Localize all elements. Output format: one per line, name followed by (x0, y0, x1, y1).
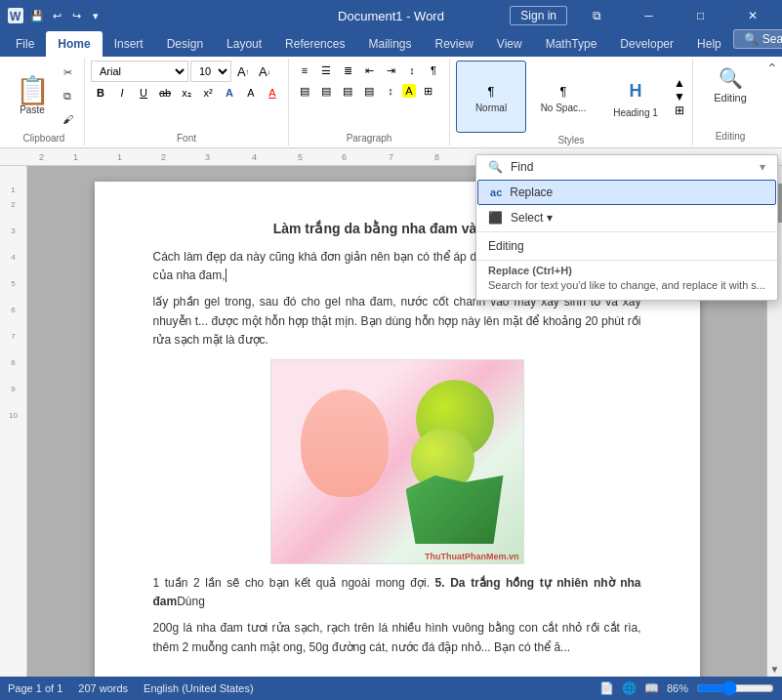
restore-button[interactable]: ⧉ (575, 0, 619, 31)
tab-developer[interactable]: Developer (608, 31, 685, 57)
font-content: Arial 10.5 A↑ A↓ B I U ab x₂ x² A A A (91, 61, 282, 131)
paragraph-content: ≡ ☰ ≣ ⇤ ⇥ ↕ ¶ ▤ ▤ ▤ ▤ ↕ A ⊞ (295, 61, 443, 131)
multilevel-button[interactable]: ≣ (338, 61, 357, 80)
save-icon[interactable]: 💾 (29, 8, 45, 23)
highlight-button[interactable]: A (241, 83, 261, 103)
increase-indent-button[interactable]: ⇥ (381, 61, 400, 80)
dropdown-divider (476, 231, 777, 232)
view-web-icon[interactable]: 🌐 (622, 681, 637, 695)
word-count: 207 words (78, 682, 128, 694)
search-button[interactable]: 🔍 Search (733, 29, 782, 49)
vruler-5: 5 (0, 279, 26, 288)
align-left-button[interactable]: ▤ (295, 81, 314, 101)
font-row-1: Arial 10.5 A↑ A↓ (91, 61, 274, 82)
font-color-button[interactable]: A (263, 83, 282, 103)
paragraph-label: Paragraph (295, 131, 443, 144)
align-center-button[interactable]: ▤ (316, 81, 336, 101)
borders-button[interactable]: ⊞ (418, 81, 437, 101)
editing-button[interactable]: 🔍 Editing (701, 62, 760, 107)
document-para4: 200g lá nha đam tươi rửa sạch, rạch trên… (153, 619, 641, 656)
redo-icon[interactable]: ↪ (68, 8, 84, 23)
text-effects-button[interactable]: A (220, 83, 239, 103)
zoom-slider[interactable] (696, 680, 774, 696)
tab-home[interactable]: Home (46, 31, 102, 57)
shading-button[interactable]: A (402, 84, 416, 98)
ruler-mark-2: 1 (73, 152, 78, 162)
scroll-down-icon[interactable]: ▼ (674, 90, 685, 103)
search-label: Search (762, 32, 782, 46)
tab-insert[interactable]: Insert (103, 31, 155, 57)
paste-button[interactable]: 📋 Paste (10, 61, 55, 131)
scroll-up-icon[interactable]: ▲ (674, 76, 685, 90)
bold-button[interactable]: B (91, 83, 110, 103)
tab-design[interactable]: Design (155, 31, 215, 57)
cut-button[interactable]: ✂ (57, 62, 78, 83)
style-h1-preview: H (630, 75, 642, 106)
tab-mathtype[interactable]: MathType (534, 31, 609, 57)
format-painter-button[interactable]: 🖌 (57, 108, 78, 130)
customize-icon[interactable]: ▾ (88, 8, 103, 23)
strikethrough-button[interactable]: ab (155, 83, 175, 103)
decrease-indent-button[interactable]: ⇤ (359, 61, 379, 80)
dropdown-select[interactable]: ⬛ Select ▾ (476, 206, 777, 229)
signin-button[interactable]: Sign in (510, 6, 567, 25)
styles-group: ¶ Normal ¶ No Spac... H Heading 1 ▲ ▼ ⊞ … (450, 59, 693, 145)
style-heading1[interactable]: H Heading 1 (600, 61, 671, 133)
sort-button[interactable]: ↕ (402, 61, 422, 80)
superscript-button[interactable]: x² (198, 83, 218, 103)
tab-file[interactable]: File (4, 31, 46, 57)
vruler-7: 7 (0, 332, 26, 341)
undo-icon[interactable]: ↩ (49, 8, 64, 23)
underline-button[interactable]: U (134, 83, 153, 103)
decrease-font-button[interactable]: A↓ (255, 62, 274, 81)
subscript-button[interactable]: x₂ (177, 83, 196, 103)
minimize-button[interactable]: ─ (627, 0, 671, 31)
show-marks-button[interactable]: ¶ (424, 61, 443, 80)
dropdown-find[interactable]: 🔍 Find ▾ (476, 155, 777, 179)
numbering-button[interactable]: ☰ (316, 61, 336, 80)
svg-text:W: W (10, 10, 21, 23)
italic-button[interactable]: I (112, 83, 132, 103)
increase-font-button[interactable]: A↑ (233, 62, 253, 81)
style-nospace-preview: ¶ (560, 80, 567, 103)
justify-button[interactable]: ▤ (359, 81, 379, 101)
scroll-down-button[interactable]: ▼ (767, 661, 782, 677)
styles-label: Styles (456, 133, 686, 145)
text-cursor (226, 268, 226, 282)
font-size-select[interactable]: 10.5 (190, 61, 231, 82)
tab-help[interactable]: Help (685, 31, 733, 57)
ruler-mark-9: 7 (389, 152, 393, 162)
quick-access-toolbar: 💾 ↩ ↪ ▾ (29, 8, 103, 23)
vruler-4: 4 (0, 253, 26, 262)
ribbon-tabs: File Home Insert Design Layout Reference… (0, 31, 782, 57)
document-para2: lấy phần gel trong, sau đó cho gel nha đ… (153, 293, 641, 350)
bullets-button[interactable]: ≡ (295, 61, 314, 80)
collapse-ribbon-button[interactable]: ⌃ (766, 61, 778, 76)
tab-references[interactable]: References (273, 31, 356, 57)
copy-button[interactable]: ⧉ (57, 85, 78, 106)
dropdown-editing[interactable]: Editing (476, 234, 777, 258)
more-styles-icon[interactable]: ⊞ (675, 103, 684, 117)
vruler-10: 10 (0, 411, 26, 420)
dropdown-replace[interactable]: ac Replace (477, 180, 776, 205)
styles-scroll[interactable]: ▲ ▼ ⊞ (673, 74, 686, 119)
tab-view[interactable]: View (485, 31, 534, 57)
font-name-select[interactable]: Arial (91, 61, 188, 82)
ruler-mark-5: 3 (205, 152, 210, 162)
align-right-button[interactable]: ▤ (338, 81, 357, 101)
view-print-icon[interactable]: 📄 (599, 681, 614, 695)
window-title: Document1 - Word (338, 9, 444, 23)
tab-mailings[interactable]: Mailings (356, 31, 423, 57)
tab-review[interactable]: Review (423, 31, 484, 57)
styles-content: ¶ Normal ¶ No Spac... H Heading 1 ▲ ▼ ⊞ (456, 61, 686, 133)
page-count: Page 1 of 1 (8, 682, 62, 694)
style-normal[interactable]: ¶ Normal (456, 61, 526, 133)
view-read-icon[interactable]: 📖 (644, 681, 659, 695)
language: English (United States) (144, 682, 254, 694)
title-bar: W 💾 ↩ ↪ ▾ Document1 - Word Sign in ⧉ ─ □… (0, 0, 782, 31)
maximize-button[interactable]: □ (679, 0, 722, 31)
style-normal-label: Normal (475, 103, 507, 113)
tab-layout[interactable]: Layout (215, 31, 273, 57)
style-no-spacing[interactable]: ¶ No Spac... (528, 61, 598, 133)
line-spacing-button[interactable]: ↕ (381, 81, 400, 101)
